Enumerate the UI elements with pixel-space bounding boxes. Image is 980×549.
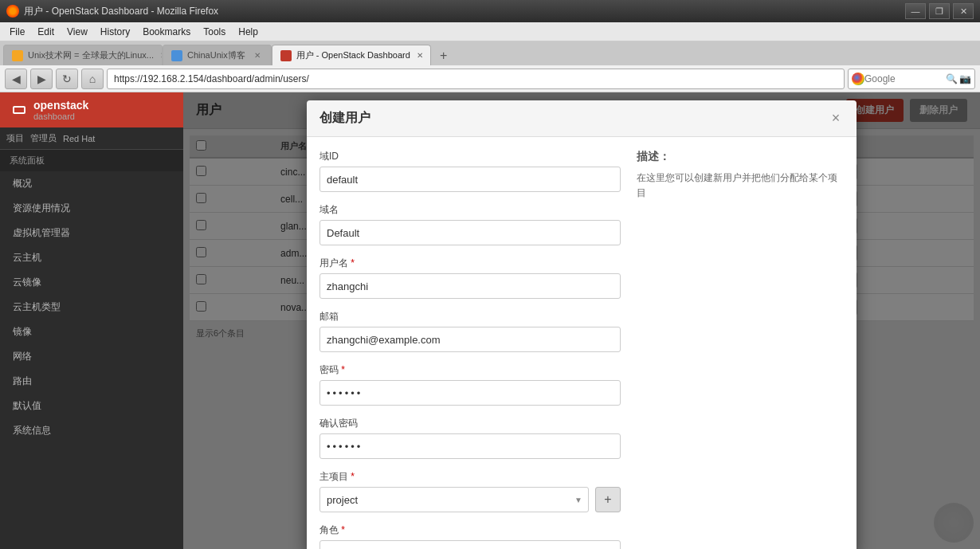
domain-name-input[interactable]: [319, 220, 621, 245]
refresh-button[interactable]: ↻: [56, 69, 78, 89]
modal-body: 域ID 域名 用户名 *: [307, 137, 857, 549]
tab-label-2: 用户 - OpenStack Dashboard: [296, 49, 410, 61]
tab-label-1: ChinaUnix博客: [187, 49, 245, 61]
openstack-logo-icon: [10, 100, 29, 120]
tab-0[interactable]: Unix技术网 = 全球最大的Linux... ✕: [3, 45, 163, 65]
project-select-wrapper: project ▼: [319, 487, 589, 512]
url-input[interactable]: [107, 69, 845, 89]
description-title: 描述：: [637, 150, 844, 164]
sidebar-item-sysinfo[interactable]: 系统信息: [0, 418, 183, 443]
field-confirm-password: 确认密码: [319, 417, 621, 459]
sidebar-group-system: 系统面板: [0, 150, 183, 171]
back-button[interactable]: ◀: [5, 69, 27, 89]
field-domain-name: 域名: [319, 203, 621, 245]
menu-file[interactable]: File: [3, 25, 31, 39]
address-bar: ◀ ▶ ↻ ⌂ 🔍 📷: [0, 65, 980, 92]
field-password: 密码 *: [319, 363, 621, 406]
search-camera-icon[interactable]: 📷: [959, 73, 971, 84]
sidebar-item-images[interactable]: 镜像: [0, 320, 183, 344]
tab-favicon-1: [171, 50, 182, 61]
firefox-icon: [6, 5, 19, 18]
primary-project-label: 主项目 *: [319, 470, 621, 484]
sidebar-item-resources[interactable]: 资源使用情况: [0, 196, 183, 221]
password-label: 密码 *: [319, 363, 621, 377]
modal-title: 创建用户: [319, 110, 370, 127]
close-button[interactable]: ✕: [953, 3, 974, 19]
tab-label-0: Unix技术网 = 全球最大的Linux...: [28, 49, 154, 61]
menu-bookmarks[interactable]: Bookmarks: [136, 25, 197, 39]
sidebar-item-router[interactable]: 路由: [0, 369, 183, 394]
menu-bar: File Edit View History Bookmarks Tools H…: [0, 22, 980, 41]
title-bar: 用户 - OpenStack Dashboard - Mozilla Firef…: [0, 0, 980, 22]
field-role: 角色 * admin ▼: [319, 524, 621, 549]
window-title: 用户 - OpenStack Dashboard - Mozilla Firef…: [24, 5, 218, 18]
role-label: 角色 *: [319, 524, 621, 537]
confirm-password-input[interactable]: [319, 433, 621, 459]
sidebar-item-volumes[interactable]: 云镜像: [0, 270, 183, 295]
sidebar-section-label-project: 项目: [6, 132, 24, 144]
password-required-mark: *: [341, 364, 345, 375]
sidebar-section-label-redhat: Red Hat: [63, 134, 95, 143]
sidebar: openstack dashboard 项目 管理员 Red Hat 系统面板 …: [0, 92, 183, 549]
sidebar-item-flavors[interactable]: 云主机类型: [0, 295, 183, 320]
search-bar[interactable]: 🔍 📷: [848, 69, 975, 89]
tab-bar: Unix技术网 = 全球最大的Linux... ✕ ChinaUnix博客 ✕ …: [0, 41, 980, 65]
menu-help[interactable]: Help: [232, 25, 265, 39]
role-select[interactable]: admin: [319, 540, 621, 549]
sidebar-logo-text: openstack: [33, 99, 88, 112]
sidebar-logo: openstack dashboard: [0, 92, 183, 127]
primary-project-select[interactable]: project: [319, 487, 589, 512]
sidebar-item-hypervisors[interactable]: 虚拟机管理器: [0, 221, 183, 245]
menu-history[interactable]: History: [94, 25, 136, 39]
tab-2[interactable]: 用户 - OpenStack Dashboard ✕: [272, 45, 431, 65]
password-input[interactable]: [319, 380, 621, 406]
tab-favicon-0: [12, 50, 23, 61]
domain-id-input[interactable]: [319, 167, 621, 192]
minimize-button[interactable]: —: [905, 3, 926, 19]
tab-close-1[interactable]: ✕: [252, 50, 263, 61]
search-icon[interactable]: 🔍: [944, 73, 959, 84]
field-email: 邮箱: [319, 310, 621, 352]
main-content: openstack dashboard 项目 管理员 Red Hat 系统面板 …: [0, 92, 980, 549]
modal-description: 描述： 在这里您可以创建新用户并把他们分配给某个项目: [637, 150, 844, 549]
sidebar-section-label-admin: 管理员: [30, 132, 57, 144]
menu-tools[interactable]: Tools: [197, 25, 232, 39]
field-username: 用户名 *: [319, 257, 621, 299]
sidebar-item-overview[interactable]: 概况: [0, 171, 183, 196]
modal-header: 创建用户 ×: [307, 100, 857, 137]
tab-close-2[interactable]: ✕: [417, 50, 423, 61]
add-project-button[interactable]: +: [595, 487, 621, 512]
sidebar-subtitle: dashboard: [33, 112, 88, 121]
email-input[interactable]: [319, 327, 621, 352]
domain-id-label: 域ID: [319, 150, 621, 163]
forward-button[interactable]: ▶: [30, 69, 53, 89]
modal-overlay: 创建用户 × 域ID 域名: [183, 92, 980, 549]
new-tab-button[interactable]: +: [434, 46, 453, 65]
confirm-password-label: 确认密码: [319, 417, 621, 430]
field-domain-id: 域ID: [319, 150, 621, 192]
restore-button[interactable]: ❐: [929, 3, 950, 19]
username-label: 用户名 *: [319, 257, 621, 270]
email-label: 邮箱: [319, 310, 621, 324]
sidebar-section-header: 项目 管理员 Red Hat: [0, 127, 183, 150]
content-area: 用户 创建用户 删除用户 用户名 邮箱 用户ID 已激活: [183, 92, 980, 549]
domain-name-label: 域名: [319, 203, 621, 217]
menu-view[interactable]: View: [61, 25, 94, 39]
tab-1[interactable]: ChinaUnix博客 ✕: [163, 45, 272, 65]
modal-close-button[interactable]: ×: [828, 111, 844, 127]
username-required-mark: *: [351, 257, 355, 269]
description-text: 在这里您可以创建新用户并把他们分配给某个项目: [637, 171, 844, 201]
sidebar-item-instances[interactable]: 云主机: [0, 245, 183, 270]
google-logo: [852, 73, 864, 85]
sidebar-item-network[interactable]: 网络: [0, 344, 183, 369]
tab-favicon-2: [280, 50, 292, 61]
username-input[interactable]: [319, 273, 621, 299]
role-required-mark: *: [341, 524, 345, 535]
home-button[interactable]: ⌂: [81, 69, 104, 89]
project-row: project ▼ +: [319, 487, 621, 512]
role-select-wrapper: admin ▼: [319, 540, 621, 549]
search-input[interactable]: [864, 73, 944, 84]
sidebar-item-defaults[interactable]: 默认值: [0, 394, 183, 418]
primary-project-required-mark: *: [351, 471, 355, 482]
menu-edit[interactable]: Edit: [31, 25, 61, 39]
